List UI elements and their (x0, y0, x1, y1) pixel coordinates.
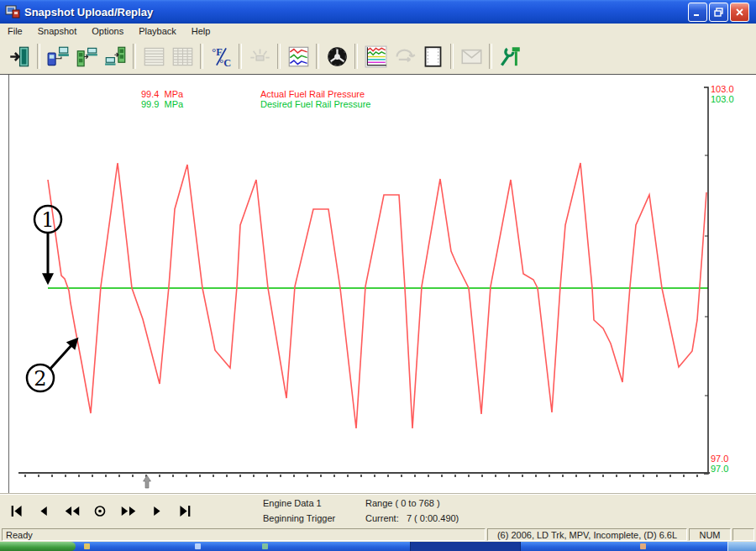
bottom-axis-tick (132, 475, 134, 477)
gauge-button[interactable] (323, 42, 351, 71)
toolbar-separator (489, 44, 492, 69)
taskbar-app-icon[interactable] (640, 543, 646, 549)
step-back-icon (35, 504, 54, 518)
film-page-button[interactable] (418, 42, 447, 71)
axis-min-desired: 97.0 (711, 464, 728, 474)
bottom-axis-tick (78, 475, 80, 477)
bottom-axis-tick (24, 475, 26, 477)
taskbar-app-icon[interactable] (84, 543, 90, 549)
strip-chart-button[interactable] (284, 42, 312, 71)
taskbar-app-icon[interactable] (262, 543, 268, 549)
taskbar-active-task[interactable] (410, 542, 521, 551)
bottom-axis-tick (374, 475, 375, 477)
taskbar-app-icon[interactable] (195, 543, 201, 549)
step-back-button[interactable] (34, 503, 55, 519)
bottom-axis-tick (105, 475, 107, 477)
bottom-axis-tick (320, 475, 322, 477)
rewind-button[interactable] (62, 503, 82, 519)
overlay-chart-icon (365, 45, 387, 68)
bottom-axis-tick (575, 475, 577, 477)
start-button[interactable] (0, 542, 76, 551)
menu-options[interactable]: Options (84, 25, 131, 37)
data-list-icon (143, 45, 165, 68)
axis-max-actual: 103.0 (711, 84, 734, 94)
toolbar-separator (354, 44, 358, 69)
app-icon (5, 4, 20, 19)
menu-snapshot[interactable]: Snapshot (30, 25, 84, 37)
close-button[interactable] (730, 3, 749, 22)
mail-button (457, 42, 486, 71)
range-label: Range ( 0 to 768 ) (365, 498, 440, 508)
bottom-axis-tick (347, 475, 349, 477)
callout-arrow-2 (50, 344, 72, 370)
menubar: File Snapshot Options Playback Help (0, 24, 756, 39)
vehicle-info: (6) 2006, LD Trk, MPV, Incomplete, (D) 6… (487, 528, 687, 541)
toolbar-separator (133, 44, 136, 69)
stop-button[interactable] (90, 503, 110, 519)
svg-text:°C: °C (219, 56, 231, 67)
minimize-button[interactable] (688, 3, 707, 22)
lamp-button (245, 42, 274, 71)
mail-icon (460, 45, 483, 68)
bottom-axis-tick (360, 475, 362, 477)
bottom-axis-tick (549, 475, 550, 477)
menu-playback[interactable]: Playback (131, 25, 184, 37)
bottom-axis-tick (51, 475, 53, 477)
bottom-axis-tick (266, 475, 268, 477)
download-snapshot-icon (104, 45, 127, 68)
fast-forward-button[interactable] (118, 503, 139, 519)
upload-snapshot-button[interactable] (72, 42, 101, 71)
bottom-axis-tick (387, 475, 389, 477)
bottom-axis-tick (683, 475, 685, 477)
units-toggle-button[interactable]: °F °C (207, 42, 235, 71)
rewind-icon (63, 504, 81, 518)
gauge-icon (326, 45, 349, 68)
bottom-axis-tick (401, 475, 402, 477)
restore-icon (714, 8, 723, 17)
toolbar-separator (316, 44, 319, 69)
toolbar-separator (200, 44, 203, 69)
fahrenheit-celsius-icon: °F °C (210, 45, 233, 68)
bottom-axis-tick (669, 475, 671, 477)
position-marker[interactable] (144, 475, 151, 488)
callout-number-1: 1 (41, 208, 54, 232)
bottom-axis-tick (629, 475, 631, 477)
bottom-axis-tick (293, 475, 295, 477)
bottom-axis-tick (307, 475, 308, 477)
tools-button[interactable] (496, 42, 524, 71)
actual-pressure-legend: Actual Fuel Rail Pressure (260, 89, 365, 99)
film-page-icon (422, 45, 444, 68)
menu-file[interactable]: File (0, 25, 30, 37)
callout-number-2: 2 (34, 367, 46, 391)
bottom-axis-tick (696, 475, 698, 477)
toolbar: °F °C (0, 39, 756, 74)
replay-button (390, 42, 418, 71)
go-to-end-icon (175, 504, 193, 518)
bottom-axis-tick (159, 475, 160, 477)
bottom-axis-tick (656, 475, 658, 477)
restore-button[interactable] (709, 3, 728, 22)
go-to-end-button[interactable] (174, 503, 194, 519)
overlay-chart-button[interactable] (361, 42, 390, 71)
step-forward-button[interactable] (146, 503, 166, 519)
bottom-axis-tick (213, 475, 214, 477)
bottom-axis-tick (428, 475, 429, 477)
menu-help[interactable]: Help (184, 25, 218, 37)
actual-fuel-rail-pressure-line (48, 163, 706, 428)
bottom-axis-tick (38, 475, 39, 477)
download-snapshot-button[interactable] (101, 42, 129, 71)
connect-device-button[interactable] (44, 42, 72, 71)
exit-button[interactable] (5, 42, 34, 71)
taskbar (0, 542, 756, 551)
status-spacer (732, 528, 754, 541)
bottom-axis-tick (589, 475, 591, 477)
bottom-axis-tick (522, 475, 523, 477)
bottom-axis-tick (481, 475, 483, 477)
status-message: Ready (2, 528, 486, 541)
current-position: Current: 7 ( 0:00.490) (365, 513, 459, 523)
go-to-start-button[interactable] (8, 503, 28, 519)
actual-pressure-value: 99.4 MPa (141, 89, 183, 99)
app-window: Snapshot Upload/Replay File Snapshot Opt… (0, 0, 756, 551)
exit-icon (8, 45, 31, 68)
bottom-axis-tick (172, 475, 174, 477)
